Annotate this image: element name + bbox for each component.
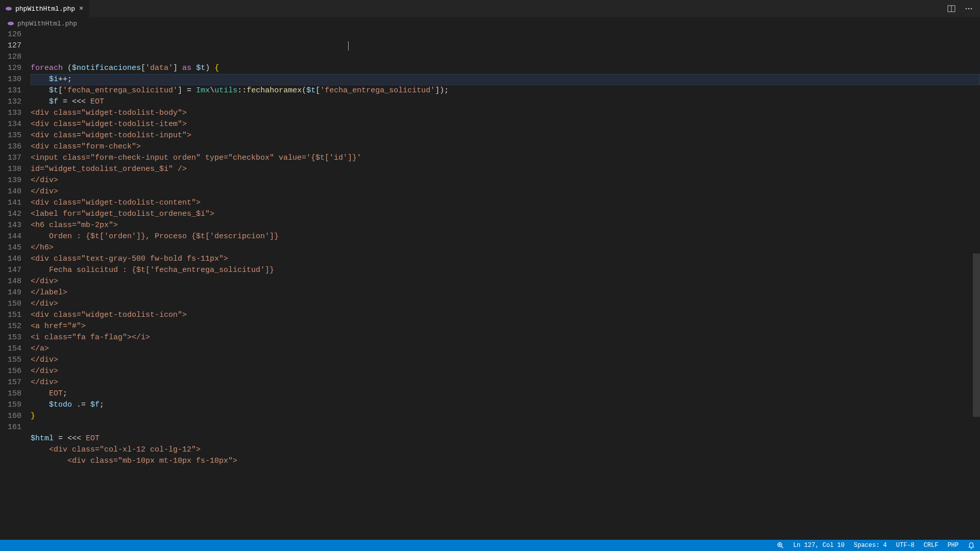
- status-bar: Ln 127, Col 10 Spaces: 4 UTF-8 CRLF PHP: [0, 540, 980, 551]
- code-line[interactable]: <div class="form-check">: [31, 141, 980, 153]
- code-line[interactable]: $todo .= $f;: [31, 399, 980, 411]
- code-line[interactable]: <div class="widget-todolist-body">: [31, 108, 980, 119]
- line-number[interactable]: 153: [0, 332, 21, 343]
- line-number[interactable]: 135: [0, 130, 21, 141]
- breadcrumb[interactable]: phpWithHtml.php: [0, 18, 980, 29]
- svg-line-8: [781, 546, 783, 548]
- line-number[interactable]: 148: [0, 276, 21, 287]
- code-editor[interactable]: 1261271281291301311321331341351361371381…: [0, 29, 980, 540]
- status-cursor-position[interactable]: Ln 127, Col 10: [793, 542, 845, 549]
- php-file-icon: [7, 20, 14, 27]
- tab-close-icon[interactable]: ×: [78, 4, 84, 14]
- line-number[interactable]: 142: [0, 209, 21, 220]
- line-number[interactable]: 129: [0, 63, 21, 74]
- code-line[interactable]: $t['fecha_entrega_solicitud'] = Imx\util…: [31, 85, 980, 96]
- line-number[interactable]: 161: [0, 422, 21, 433]
- code-line[interactable]: $html = <<< EOT: [31, 433, 980, 444]
- status-encoding[interactable]: UTF-8: [896, 542, 915, 549]
- line-number[interactable]: 152: [0, 321, 21, 332]
- code-line[interactable]: Orden : {$t['orden']}, Proceso {$t['desc…: [31, 231, 980, 242]
- code-line[interactable]: </div>: [31, 186, 980, 197]
- split-editor-icon[interactable]: [947, 5, 955, 13]
- editor-tab[interactable]: phpWithHtml.php ×: [0, 0, 89, 17]
- line-number[interactable]: 133: [0, 108, 21, 119]
- code-line[interactable]: <div class="mb-10px mt-10px fs-10px">: [31, 456, 980, 467]
- code-line[interactable]: </label>: [31, 287, 980, 298]
- text-cursor: [348, 41, 349, 51]
- code-line[interactable]: <i class="fa fa-flag"></i>: [31, 332, 980, 343]
- scrollbar-thumb[interactable]: [973, 254, 980, 417]
- line-number[interactable]: 154: [0, 343, 21, 355]
- tab-bar: phpWithHtml.php ×: [0, 0, 980, 18]
- code-line[interactable]: Fecha solicitud : {$t['fecha_entrega_sol…: [31, 265, 980, 276]
- code-line[interactable]: <div class="widget-todolist-item">: [31, 119, 980, 130]
- line-number[interactable]: 150: [0, 298, 21, 310]
- code-line[interactable]: </div>: [31, 298, 980, 310]
- code-line[interactable]: id="widget_todolist_ordenes_$i" />: [31, 164, 980, 175]
- code-line[interactable]: [31, 422, 980, 433]
- status-indentation[interactable]: Spaces: 4: [854, 542, 887, 549]
- code-line[interactable]: </div>: [31, 355, 980, 366]
- code-line[interactable]: <div class="col-xl-12 col-lg-12">: [31, 444, 980, 456]
- code-line[interactable]: }: [31, 411, 980, 422]
- line-number[interactable]: 141: [0, 197, 21, 209]
- code-line[interactable]: <a href="#">: [31, 321, 980, 332]
- line-number[interactable]: 130: [0, 74, 21, 85]
- code-line[interactable]: </div>: [31, 276, 980, 287]
- code-content[interactable]: foreach ($notificaciones['data'] as $t) …: [31, 29, 980, 540]
- scrollbar[interactable]: [973, 29, 980, 540]
- line-number[interactable]: 131: [0, 85, 21, 96]
- code-line[interactable]: <div class="widget-todolist-input">: [31, 130, 980, 141]
- line-number[interactable]: 158: [0, 388, 21, 399]
- code-line[interactable]: <label for="widget_todolist_ordenes_$i">: [31, 209, 980, 220]
- code-line[interactable]: EOT;: [31, 388, 980, 399]
- tab-filename: phpWithHtml.php: [15, 5, 75, 13]
- line-number[interactable]: 137: [0, 153, 21, 164]
- line-number[interactable]: 132: [0, 96, 21, 108]
- line-number[interactable]: 126: [0, 29, 21, 40]
- line-number[interactable]: 134: [0, 119, 21, 130]
- svg-point-4: [968, 8, 970, 10]
- code-line[interactable]: </div>: [31, 377, 980, 388]
- line-number[interactable]: 160: [0, 411, 21, 422]
- status-zoom-icon[interactable]: [777, 542, 784, 549]
- line-number[interactable]: 138: [0, 164, 21, 175]
- line-number[interactable]: 140: [0, 186, 21, 197]
- code-line[interactable]: $i++;: [31, 74, 980, 85]
- line-number[interactable]: 145: [0, 242, 21, 254]
- status-notifications-icon[interactable]: [968, 542, 975, 549]
- code-line[interactable]: <div class="widget-todolist-icon">: [31, 310, 980, 321]
- code-line[interactable]: <h6 class="mb-2px">: [31, 220, 980, 231]
- line-number[interactable]: 146: [0, 254, 21, 265]
- line-number[interactable]: 139: [0, 175, 21, 186]
- status-eol[interactable]: CRLF: [924, 542, 939, 549]
- status-language[interactable]: PHP: [947, 542, 959, 549]
- line-number[interactable]: 136: [0, 141, 21, 153]
- svg-point-5: [971, 8, 972, 10]
- line-number[interactable]: 157: [0, 377, 21, 388]
- code-line[interactable]: $f = <<< EOT: [31, 96, 980, 108]
- code-line[interactable]: </div>: [31, 366, 980, 377]
- svg-point-6: [8, 22, 14, 26]
- line-number[interactable]: 127: [0, 40, 21, 52]
- editor-actions: [947, 5, 980, 13]
- code-line[interactable]: </div>: [31, 175, 980, 186]
- code-line[interactable]: foreach ($notificaciones['data'] as $t) …: [31, 63, 980, 74]
- line-number[interactable]: 149: [0, 287, 21, 298]
- code-line[interactable]: <input class="form-check-input orden" ty…: [31, 153, 980, 164]
- line-number[interactable]: 128: [0, 52, 21, 63]
- code-line[interactable]: <div class="text-gray-500 fw-bold fs-11p…: [31, 254, 980, 265]
- line-number[interactable]: 159: [0, 399, 21, 411]
- line-number[interactable]: 144: [0, 231, 21, 242]
- code-line[interactable]: <div class="widget-todolist-content">: [31, 197, 980, 209]
- php-file-icon: [5, 5, 12, 12]
- more-actions-icon[interactable]: [965, 5, 973, 13]
- line-number[interactable]: 143: [0, 220, 21, 231]
- line-number-gutter[interactable]: 1261271281291301311321331341351361371381…: [0, 29, 31, 540]
- code-line[interactable]: </a>: [31, 343, 980, 355]
- line-number[interactable]: 147: [0, 265, 21, 276]
- line-number[interactable]: 156: [0, 366, 21, 377]
- code-line[interactable]: </h6>: [31, 242, 980, 254]
- line-number[interactable]: 151: [0, 310, 21, 321]
- line-number[interactable]: 155: [0, 355, 21, 366]
